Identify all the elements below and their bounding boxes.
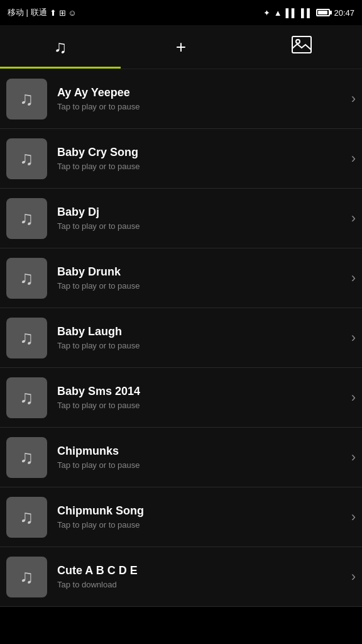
song-thumbnail: ♫ <box>6 258 47 299</box>
song-subtitle: Tap to download <box>57 580 346 589</box>
chevron-right-icon: › <box>351 449 356 465</box>
chevron-right-icon: › <box>351 150 356 167</box>
music-note-icon: ♫ <box>19 566 34 587</box>
music-note-icon: ♫ <box>19 327 34 348</box>
status-left: 移动 | 联通 ⬆ ⊞ ☺ <box>8 7 77 18</box>
list-item[interactable]: ♫ Ay Ay Yeepee Tap to play or to pause › <box>0 69 362 129</box>
song-title: Baby Drunk <box>57 265 346 279</box>
list-item[interactable]: ♫ Baby Cry Song Tap to play or to pause … <box>0 129 362 189</box>
bluetooth-icon: ✦ <box>263 8 270 18</box>
song-thumbnail: ♫ <box>6 377 47 418</box>
song-title: Chipmunk Song <box>57 504 346 518</box>
song-title: Baby Sms 2014 <box>57 385 346 398</box>
battery-icon <box>316 9 330 16</box>
song-subtitle: Tap to play or to pause <box>57 221 346 231</box>
song-title: Cute A B C D E <box>57 564 346 577</box>
chevron-right-icon: › <box>351 330 356 346</box>
plus-icon: + <box>176 37 186 57</box>
list-item[interactable]: ♫ Cute A B C D E Tap to download › <box>0 547 362 607</box>
chevron-right-icon: › <box>351 569 356 585</box>
song-title: Baby Laugh <box>57 325 346 338</box>
chevron-right-icon: › <box>351 210 356 226</box>
svg-point-1 <box>296 40 300 43</box>
music-note-icon: ♫ <box>19 447 34 468</box>
list-item[interactable]: ♫ Baby Laugh Tap to play or to pause › <box>0 308 362 368</box>
charge-icon: ⬆ <box>50 8 57 18</box>
status-bar: 移动 | 联通 ⬆ ⊞ ☺ ✦ ▲ ▌▌ ▌▌ 20:47 <box>0 0 362 25</box>
music-note-icon: ♫ <box>19 88 34 109</box>
song-info: Baby Drunk Tap to play or to pause <box>47 265 346 291</box>
song-thumbnail: ♫ <box>6 557 47 597</box>
list-item[interactable]: ♫ Baby Dj Tap to play or to pause › <box>0 189 362 248</box>
song-title: Chipmunks <box>57 445 346 458</box>
song-subtitle: Tap to play or to pause <box>57 341 346 350</box>
list-item[interactable]: ♫ Baby Sms 2014 Tap to play or to pause … <box>0 368 362 428</box>
carrier-text: 移动 | 联通 <box>8 7 47 18</box>
chevron-right-icon: › <box>351 389 356 406</box>
chevron-right-icon: › <box>351 91 356 107</box>
chevron-right-icon: › <box>351 270 356 286</box>
song-title: Baby Cry Song <box>57 146 346 159</box>
music-note-icon: ♫ <box>19 267 34 289</box>
song-info: Cute A B C D E Tap to download <box>47 564 346 589</box>
nav-tab-gallery[interactable] <box>241 25 362 69</box>
music-note-icon: ♫ <box>19 208 34 229</box>
nav-tab-music[interactable]: ♫ <box>0 25 121 69</box>
song-info: Ay Ay Yeepee Tap to play or to pause <box>47 86 346 111</box>
list-item[interactable]: ♫ Baby Drunk Tap to play or to pause › <box>0 248 362 308</box>
song-title: Ay Ay Yeepee <box>57 86 346 99</box>
gallery-icon <box>292 36 312 58</box>
song-info: Baby Dj Tap to play or to pause <box>47 206 346 231</box>
song-thumbnail: ♫ <box>6 198 47 239</box>
music-note-icon: ♫ <box>19 148 34 169</box>
song-title: Baby Dj <box>57 206 346 219</box>
status-icons: ⊞ ☺ <box>59 8 77 18</box>
song-thumbnail: ♫ <box>6 497 47 538</box>
song-info: Chipmunks Tap to play or to pause <box>47 445 346 470</box>
song-thumbnail: ♫ <box>6 318 47 358</box>
song-subtitle: Tap to play or to pause <box>57 401 346 410</box>
list-item[interactable]: ♫ Chipmunks Tap to play or to pause › <box>0 428 362 487</box>
song-subtitle: Tap to play or to pause <box>57 162 346 171</box>
song-thumbnail: ♫ <box>6 437 47 478</box>
svg-rect-0 <box>292 36 311 53</box>
song-thumbnail: ♫ <box>6 79 47 119</box>
song-subtitle: Tap to play or to pause <box>57 281 346 291</box>
top-navigation: ♫ + <box>0 25 362 69</box>
music-note-icon: ♫ <box>19 506 34 528</box>
song-info: Baby Cry Song Tap to play or to pause <box>47 146 346 171</box>
song-subtitle: Tap to play or to pause <box>57 520 346 530</box>
music-note-icon: ♫ <box>54 37 67 57</box>
song-info: Baby Sms 2014 Tap to play or to pause <box>47 385 346 410</box>
nav-tab-add[interactable]: + <box>121 25 241 69</box>
signal-icon-2: ▌▌ <box>301 8 312 18</box>
song-info: Baby Laugh Tap to play or to pause <box>47 325 346 350</box>
song-subtitle: Tap to play or to pause <box>57 460 346 470</box>
chevron-right-icon: › <box>351 509 356 525</box>
wifi-icon: ▲ <box>274 8 282 18</box>
song-subtitle: Tap to play or to pause <box>57 102 346 111</box>
song-list: ♫ Ay Ay Yeepee Tap to play or to pause ›… <box>0 69 362 607</box>
time-display: 20:47 <box>334 8 354 18</box>
status-right: ✦ ▲ ▌▌ ▌▌ 20:47 <box>263 8 354 18</box>
song-thumbnail: ♫ <box>6 138 47 179</box>
list-item[interactable]: ♫ Chipmunk Song Tap to play or to pause … <box>0 487 362 547</box>
signal-icon-1: ▌▌ <box>286 8 297 18</box>
music-note-icon: ♫ <box>19 387 34 408</box>
song-info: Chipmunk Song Tap to play or to pause <box>47 504 346 530</box>
